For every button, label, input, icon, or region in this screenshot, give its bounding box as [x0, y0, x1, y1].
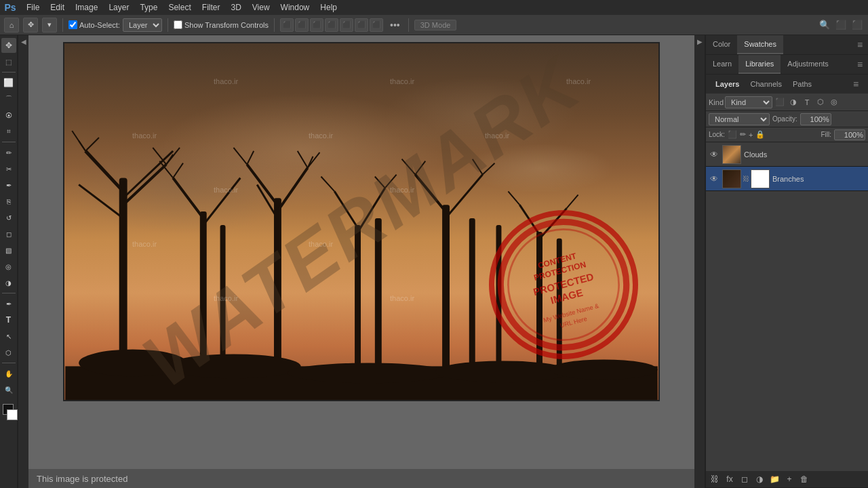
lasso-tool[interactable]: ⌒	[1, 92, 16, 106]
stamp-tool[interactable]: ⎘	[1, 194, 16, 209]
kind-dropdown[interactable]: Kind	[725, 96, 772, 108]
tab-color[interactable]: Color	[706, 35, 737, 54]
tool-sep-2	[2, 142, 16, 142]
left-collapse-arrow[interactable]: ◀	[21, 38, 26, 45]
auto-select-label[interactable]: Auto-Select:	[68, 20, 120, 29]
link-layers-icon[interactable]: ⛓	[709, 473, 721, 485]
layer-visibility-clouds[interactable]: 👁	[709, 149, 719, 160]
background-color[interactable]	[7, 409, 18, 420]
tab-swatches[interactable]: Swatches	[737, 35, 783, 54]
type-tool[interactable]: T	[1, 312, 16, 327]
panel-menu-btn-1[interactable]: ≡	[853, 38, 867, 52]
history-tool[interactable]: ↺	[1, 210, 16, 225]
zoom-tool[interactable]: 🔍	[1, 382, 16, 397]
blend-mode-dropdown[interactable]: Normal	[709, 113, 770, 125]
right-collapse-arrow[interactable]: ▶	[697, 38, 703, 45]
adjustment-filter-icon[interactable]: ◑	[787, 96, 800, 108]
brush-tool[interactable]: ✒	[1, 178, 16, 192]
layer-visibility-branches[interactable]: 👁	[709, 174, 719, 184]
crop-tool[interactable]: ⌗	[1, 124, 16, 139]
layer-branches[interactable]: 👁 ⛓ Branches	[706, 167, 868, 191]
auto-select-group: Auto-Select: Layer	[68, 18, 162, 32]
tab-adjustments[interactable]: Adjustments	[781, 55, 835, 74]
align-bottom[interactable]: ⬛	[355, 18, 368, 32]
dodge-tool[interactable]: ◑	[1, 275, 16, 290]
opacity-input[interactable]	[800, 113, 831, 125]
layer-clouds[interactable]: 👁 Clouds	[706, 142, 868, 167]
canvas-image[interactable]: WATERMARK thaco.ir thaco.ir thaco.ir tha…	[63, 42, 660, 401]
path-select-tool[interactable]: ↖	[1, 329, 16, 344]
menu-window[interactable]: Window	[276, 1, 315, 14]
lock-artboards-icon[interactable]: +	[749, 131, 753, 139]
quick-select-tool[interactable]: ⦿	[1, 108, 16, 123]
add-layer-icon[interactable]: +	[783, 473, 795, 485]
fill-input[interactable]	[834, 129, 865, 140]
move-tool-icon[interactable]: ✥	[23, 18, 38, 33]
lock-pixels-icon[interactable]: ⬛	[728, 130, 737, 139]
menu-select[interactable]: Select	[163, 1, 195, 14]
opacity-label: Opacity:	[772, 115, 797, 123]
artboard-tool[interactable]: ⬚	[1, 54, 16, 69]
lock-position-icon[interactable]: ✏	[740, 130, 746, 139]
align-right[interactable]: ⬛	[310, 18, 323, 32]
svg-line-38	[402, 159, 416, 175]
arrange-icon[interactable]: ⬛	[850, 18, 864, 32]
menu-image[interactable]: Image	[71, 1, 102, 14]
search-icon[interactable]: 🔍	[818, 18, 831, 32]
eyedropper-tool[interactable]: ✏	[1, 145, 16, 160]
menu-edit[interactable]: Edit	[45, 1, 69, 14]
gradient-tool[interactable]: ▧	[1, 243, 16, 258]
tab-libraries[interactable]: Libraries	[738, 55, 781, 74]
workspace-icon[interactable]: ⬛	[834, 18, 848, 32]
shape-tool[interactable]: ⬡	[1, 345, 16, 360]
lock-all-icon[interactable]: 🔒	[755, 130, 765, 139]
more-options[interactable]: •••	[387, 20, 403, 30]
menu-layer[interactable]: Layer	[104, 1, 134, 14]
menu-type[interactable]: Type	[135, 1, 162, 14]
healing-tool[interactable]: ✂	[1, 161, 16, 176]
tab-channels[interactable]: Channels	[745, 79, 787, 89]
align-distribute[interactable]: ⬛	[370, 18, 383, 32]
menu-view[interactable]: View	[248, 1, 275, 14]
panel-menu-btn-3[interactable]: ≡	[849, 77, 863, 91]
smart-filter-icon[interactable]: ◎	[828, 96, 840, 108]
tab-paths[interactable]: Paths	[787, 79, 817, 89]
hand-tool[interactable]: ✋	[1, 366, 16, 381]
auto-select-checkbox[interactable]	[68, 20, 77, 29]
tab-learn[interactable]: Learn	[706, 55, 738, 74]
move-tool[interactable]: ✥	[1, 38, 16, 53]
shape-filter-icon[interactable]: ⬡	[814, 96, 827, 108]
panel-menu-btn-2[interactable]: ≡	[853, 58, 867, 71]
eraser-tool[interactable]: ◻	[1, 226, 16, 241]
align-center-h[interactable]: ⬛	[295, 18, 309, 32]
move-tool-dropdown[interactable]: ▾	[42, 18, 57, 33]
home-button[interactable]: ⌂	[4, 18, 19, 33]
add-mask-icon[interactable]: ◻	[738, 473, 751, 485]
pen-tool[interactable]: ✒	[1, 296, 16, 311]
layer-thumbs-branches: ⛓	[722, 169, 770, 188]
svg-line-28	[334, 191, 358, 228]
layer-name-clouds: Clouds	[744, 150, 767, 159]
fill-label: Fill:	[821, 131, 831, 138]
auto-select-type[interactable]: Layer	[123, 18, 162, 32]
marquee-tool[interactable]: ⬜	[1, 75, 16, 90]
menu-filter[interactable]: Filter	[197, 1, 225, 14]
pixel-filter-icon[interactable]: ⬛	[774, 96, 786, 108]
color-swatches[interactable]	[1, 404, 16, 422]
menu-3d[interactable]: 3D	[226, 1, 245, 14]
menu-help[interactable]: Help	[315, 1, 342, 14]
main-area: ✥ ⬚ ⬜ ⌒ ⦿ ⌗ ✏ ✂ ✒ ⎘ ↺ ◻ ▧ ◎ ◑ ✒ T ↖ ⬡ ✋ …	[0, 35, 868, 488]
type-filter-icon[interactable]: T	[801, 96, 813, 108]
blur-tool[interactable]: ◎	[1, 259, 16, 274]
show-transform-label[interactable]: Show Transform Controls	[174, 20, 269, 29]
align-center-v[interactable]: ⬛	[340, 18, 353, 32]
add-style-icon[interactable]: fx	[724, 473, 736, 485]
show-transform-checkbox[interactable]	[174, 20, 182, 29]
menu-file[interactable]: File	[22, 1, 44, 14]
align-left[interactable]: ⬛	[280, 18, 294, 32]
add-group-icon[interactable]: 📁	[768, 473, 781, 485]
align-top[interactable]: ⬛	[325, 18, 338, 32]
add-adjustment-icon[interactable]: ◑	[753, 473, 766, 485]
tab-layers[interactable]: Layers	[710, 79, 745, 89]
delete-layer-icon[interactable]: 🗑	[798, 473, 810, 485]
